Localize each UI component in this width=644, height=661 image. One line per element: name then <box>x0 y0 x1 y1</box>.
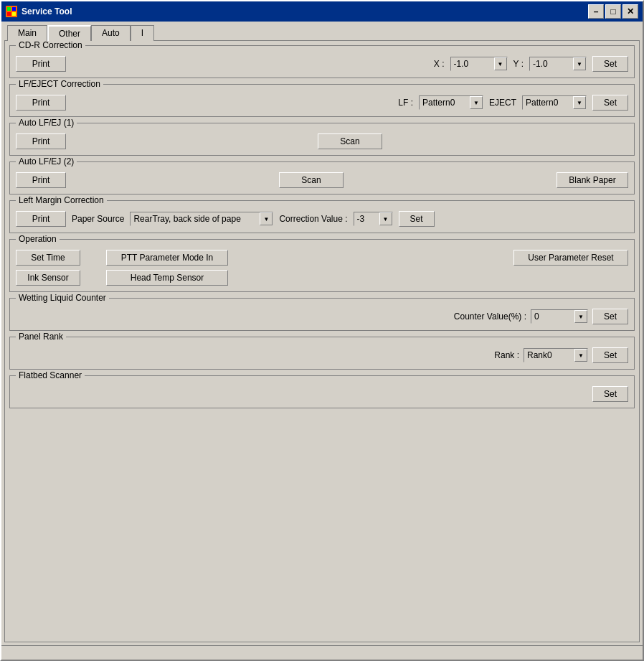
auto-lf1-scan-button[interactable]: Scan <box>318 133 382 149</box>
counter-value-select-wrapper: 0 10 20 ▼ <box>531 309 588 324</box>
svg-rect-1 <box>7 7 11 11</box>
status-bar <box>1 645 643 660</box>
blank-paper-button[interactable]: Blank Paper <box>557 172 628 188</box>
cdr-print-button[interactable]: Print <box>16 56 66 72</box>
x-select-wrapper: -1.0 0.0 1.0 ▼ <box>450 57 508 71</box>
auto-lf-ej1-title: Auto LF/EJ (1) <box>16 118 77 128</box>
tab-auto[interactable]: Auto <box>91 25 131 41</box>
auto-lf2-print-button[interactable]: Print <box>16 172 66 188</box>
user-parameter-reset-button[interactable]: User Parameter Reset <box>513 250 628 266</box>
flatbed-set-button[interactable]: Set <box>592 386 628 402</box>
auto-lf-ej2-title: Auto LF/EJ (2) <box>16 156 77 167</box>
cdr-correction-section: CD-R Correction Print X : -1.0 0.0 1.0 ▼… <box>9 45 635 78</box>
content-area: Main Other Auto I CD-R Correction Print … <box>1 22 643 645</box>
x-select[interactable]: -1.0 0.0 1.0 <box>450 57 508 71</box>
svg-rect-4 <box>12 12 16 16</box>
ptt-parameter-button[interactable]: PTT Parameter Mode In <box>106 250 228 266</box>
close-button[interactable]: ✕ <box>622 4 638 19</box>
left-margin-print-button[interactable]: Print <box>16 211 66 227</box>
tab-content: CD-R Correction Print X : -1.0 0.0 1.0 ▼… <box>4 40 640 642</box>
set-time-button[interactable]: Set Time <box>16 250 80 266</box>
lf-select-wrapper: Pattern0 Pattern1 ▼ <box>419 95 483 110</box>
ink-sensor-button[interactable]: Ink Sensor <box>16 270 80 286</box>
wetting-liquid-section: Wetting Liquid Counter Counter Value(%) … <box>9 298 635 331</box>
eject-select[interactable]: Pattern0 Pattern1 <box>522 95 587 110</box>
main-window: Service Tool – □ ✕ Main Other Auto I <box>0 0 644 661</box>
head-temp-sensor-button[interactable]: Head Temp Sensor <box>106 270 228 286</box>
eject-select-wrapper: Pattern0 Pattern1 ▼ <box>522 95 587 110</box>
paper-source-select-wrapper: RearTray, back side of pape FrontTray ▼ <box>130 212 273 226</box>
left-margin-title: Left Margin Correction <box>16 195 107 205</box>
cdr-set-button[interactable]: Set <box>592 56 628 72</box>
panel-rank-set-button[interactable]: Set <box>592 347 628 363</box>
lf-eject-print-button[interactable]: Print <box>16 95 66 111</box>
correction-value-select[interactable]: -3 -2 -1 0 1 <box>354 212 393 226</box>
left-margin-section: Left Margin Correction Print Paper Sourc… <box>9 200 635 233</box>
correction-value-wrapper: -3 -2 -1 0 1 ▼ <box>354 212 393 226</box>
wetting-liquid-title: Wetting Liquid Counter <box>16 293 109 303</box>
counter-value-select[interactable]: 0 10 20 <box>531 309 588 324</box>
auto-lf1-print-button[interactable]: Print <box>16 133 66 149</box>
wetting-set-button[interactable]: Set <box>592 309 628 324</box>
y-select[interactable]: -1.0 0.0 1.0 <box>529 57 587 71</box>
svg-rect-2 <box>12 7 16 11</box>
panel-rank-title: Panel Rank <box>16 332 66 342</box>
eject-label: EJECT <box>489 98 516 108</box>
left-margin-set-button[interactable]: Set <box>399 211 435 227</box>
lf-eject-title: LF/EJECT Correction <box>16 79 103 89</box>
tab-main[interactable]: Main <box>7 25 47 41</box>
minimize-button[interactable]: – <box>588 4 604 19</box>
auto-lf-ej2-section: Auto LF/EJ (2) Print Scan Blank Paper <box>9 161 635 194</box>
correction-value-label: Correction Value : <box>279 214 347 224</box>
operation-title: Operation <box>16 234 60 244</box>
window-title: Service Tool <box>22 6 72 17</box>
title-bar-left: Service Tool <box>6 6 72 17</box>
tab-other[interactable]: Other <box>47 25 91 41</box>
maximize-button[interactable]: □ <box>605 4 621 19</box>
flatbed-scanner-title: Flatbed Scanner <box>16 370 85 380</box>
lf-eject-section: LF/EJECT Correction Print LF : Pattern0 … <box>9 84 635 117</box>
lf-select[interactable]: Pattern0 Pattern1 <box>419 95 483 110</box>
svg-rect-3 <box>7 12 11 16</box>
lf-eject-set-button[interactable]: Set <box>592 95 628 111</box>
tab-i[interactable]: I <box>131 25 154 41</box>
counter-value-label: Counter Value(%) : <box>454 311 526 322</box>
panel-rank-section: Panel Rank Rank : Rank0 Rank1 Rank2 ▼ Se… <box>9 337 635 370</box>
lf-label: LF : <box>398 98 413 108</box>
y-label: Y : <box>513 59 524 69</box>
cdr-correction-title: CD-R Correction <box>16 40 85 50</box>
paper-source-select[interactable]: RearTray, back side of pape FrontTray <box>130 212 273 226</box>
paper-source-label: Paper Source <box>72 214 124 224</box>
title-buttons: – □ ✕ <box>588 4 638 19</box>
auto-lf2-scan-button[interactable]: Scan <box>279 172 344 188</box>
app-icon <box>6 6 17 17</box>
flatbed-scanner-section: Flatbed Scanner Set <box>9 375 635 408</box>
title-bar: Service Tool – □ ✕ <box>1 1 643 22</box>
rank-select-wrapper: Rank0 Rank1 Rank2 ▼ <box>524 348 588 362</box>
rank-select[interactable]: Rank0 Rank1 Rank2 <box>524 348 588 362</box>
auto-lf-ej1-section: Auto LF/EJ (1) Print Scan <box>9 123 635 156</box>
tab-bar: Main Other Auto I <box>4 24 640 40</box>
y-select-wrapper: -1.0 0.0 1.0 ▼ <box>529 57 587 71</box>
x-label: X : <box>434 59 445 69</box>
rank-label: Rank : <box>494 350 519 360</box>
operation-section: Operation Set Time PTT Parameter Mode In… <box>9 239 635 292</box>
